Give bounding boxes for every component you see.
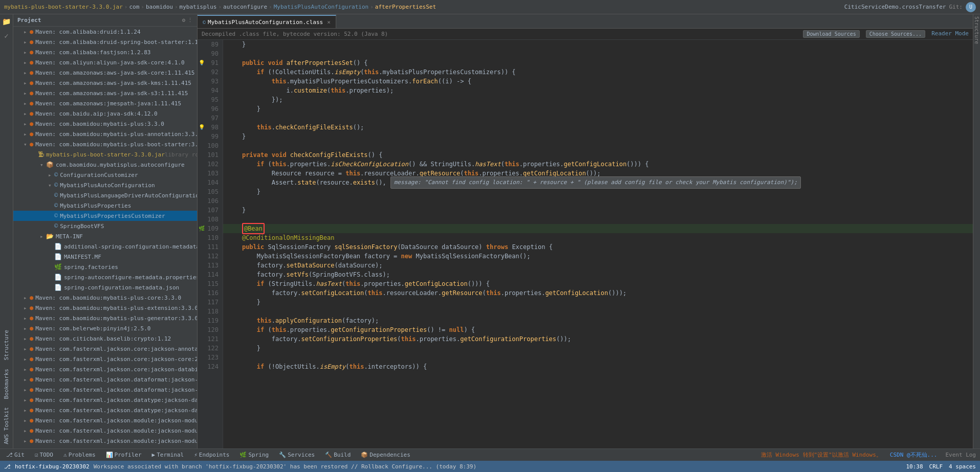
tree-label: Maven: com.fasterxml.jackson.dataformat:…	[35, 376, 197, 383]
code-line-115: if (StringUtils.hasText(this.properties.…	[223, 279, 973, 288]
tree-label: Maven: com.baomidou:mybatis-plus-boot-st…	[35, 141, 197, 148]
tree-item-druid-starter[interactable]: ▸ ● Maven: com.alibaba:druid-spring-boot…	[13, 37, 197, 47]
status-bar: ⎇ hotfix-fixbug-20230302 Workspace assoc…	[0, 461, 980, 472]
tree-item-jackson-datatype-jsr[interactable]: ▸ ● Maven: com.fasterxml.jackson.datatyp…	[13, 405, 197, 415]
tree-item-jackson-annotations[interactable]: ▸ ● Maven: com.fasterxml.jackson.core:ja…	[13, 344, 197, 354]
structure-side-label[interactable]: Structure	[2, 328, 11, 363]
tree-item-jmespath[interactable]: ▸ ● Maven: com.amazonaws:jmespath-java:1…	[13, 98, 197, 108]
tree-item-manifest[interactable]: 📄 MANIFEST.MF	[13, 252, 197, 262]
ln-101: 101	[198, 150, 223, 160]
code-line-106	[223, 196, 973, 206]
tree-item-spring-config-metadata[interactable]: 📄 spring-configuration-metadata.json	[13, 282, 197, 293]
tree-item-autoconfigure-pkg[interactable]: ▾ 📦 com.baomidou.mybatisplus.autoconfigu…	[13, 160, 197, 170]
ln-99: 99	[198, 132, 223, 141]
tree-item-jackson-dataformat1[interactable]: ▸ ● Maven: com.fasterxml.jackson.datafor…	[13, 374, 197, 385]
tree-item-mybatis-ext[interactable]: ▸ ● Maven: com.baomidou:mybatis-plus-ext…	[13, 303, 197, 313]
tree-item-jackson-module-jaxb[interactable]: ▸ ● Maven: com.fasterxml.jackson.module:…	[13, 425, 197, 436]
code-line-111: public SqlSessionFactory sqlSessionFacto…	[223, 242, 973, 252]
project-panel: Project ⚙ ⋮ ▸ ● Maven: com.alibaba:druid…	[13, 14, 198, 448]
tree-label: Maven: com.amazonaws:aws-java-sdk-s3:1.1…	[35, 90, 188, 97]
tree-item-jackson-core[interactable]: ▸ ● Maven: com.fasterxml.jackson.core:ja…	[13, 354, 197, 364]
tree-item-baidu[interactable]: ▸ ● Maven: com.baidu.aip:java-sdk:4.12.0	[13, 108, 197, 119]
tree-item-pinyin4j[interactable]: ▸ ● Maven: com.belerweb:pinyin4j:2.5.0	[13, 323, 197, 333]
bottom-tab-dependencies[interactable]: 📦 Dependencies	[359, 449, 412, 461]
code-line-121: factory.setConfigurationProperties(this.…	[223, 334, 973, 344]
bottom-tab-git[interactable]: ⎇ Git	[4, 449, 27, 461]
tree-label: Maven: com.fasterxml.jackson.module:jack…	[35, 438, 197, 444]
tree-item-aliyun[interactable]: ▸ ● Maven: com.aliyun:aliyun-java-sdk-co…	[13, 57, 197, 68]
project-icon[interactable]: 📁	[2, 16, 12, 27]
tree-item-mybatis-gen[interactable]: ▸ ● Maven: com.baomidou:mybatis-plus-gen…	[13, 313, 197, 323]
tree-item-aws-s3[interactable]: ▸ ● Maven: com.amazonaws:aws-java-sdk-s3…	[13, 88, 197, 98]
tree-item-mybatisplus-props[interactable]: © MybatisPlusProperties	[13, 200, 197, 211]
code-line-120: if (this.properties.getConfigurationProp…	[223, 325, 973, 334]
tree-item-config-customizer[interactable]: ▸ © ConfigurationCustomizer	[13, 170, 197, 180]
panel-layout-icon[interactable]: ⋮	[187, 17, 193, 24]
bottom-tab-profiler[interactable]: 📊 Profiler	[104, 449, 144, 461]
panel-settings-icon[interactable]: ⚙	[182, 17, 185, 24]
tree-item-jar-root[interactable]: 🗜 mybatis-plus-boot-starter-3.3.0.jar li…	[13, 149, 197, 160]
bc-sep6: ›	[370, 4, 374, 10]
choose-sources-button[interactable]: Choose Sources...	[866, 30, 925, 38]
reader-mode-button[interactable]: Reader Mode	[931, 30, 969, 38]
code-line-96: }	[223, 104, 973, 114]
tree-item-meta-inf[interactable]: ▸ 📂 META-INF	[13, 231, 197, 241]
tab-icon: ©	[203, 19, 206, 25]
bottom-tab-build[interactable]: 🔨 Build	[323, 449, 353, 461]
code-line-97	[223, 114, 973, 123]
tree-item-mybatis-annotation[interactable]: ▸ ● Maven: com.baomidou:mybatis-plus-ann…	[13, 129, 197, 139]
top-bar-avatar: U	[966, 2, 976, 12]
ln-121: 121	[198, 334, 223, 344]
problems-icon: ⚠	[63, 452, 67, 458]
aws-toolkit-side-label[interactable]: AWS Toolkit	[2, 405, 11, 446]
tree-item-springboot-vfs[interactable]: © SpringBootVFS	[13, 221, 197, 231]
tree-item-mybatisplus-props-customizer[interactable]: © MybatisPlusPropertiesCustomizer	[13, 211, 197, 221]
tree-item-jackson-module-param[interactable]: ▸ ● Maven: com.fasterxml.jackson.module:…	[13, 436, 197, 446]
download-sources-button[interactable]: Download Sources	[803, 30, 859, 38]
tab-label: MybatisPlusAutoConfiguration.class	[208, 19, 323, 26]
breadcrumb: mybatis-plus-boot-starter-3.3.0.jar › co…	[4, 4, 436, 10]
bookmarks-side-label[interactable]: Bookmarks	[2, 367, 11, 401]
csdn-user: CSDN @不死仙...	[890, 451, 938, 459]
tree-label: Maven: com.belerweb:pinyin4j:2.5.0	[35, 325, 150, 332]
tree-item-aws-core[interactable]: ▸ ● Maven: com.amazonaws:aws-java-sdk-co…	[13, 68, 197, 78]
tree-item-fastjson[interactable]: ▸ ● Maven: com.alibaba:fastjson:1.2.83	[13, 47, 197, 57]
bottom-tab-spring[interactable]: 🌿 Spring	[237, 449, 271, 461]
event-log[interactable]: Event Log	[945, 452, 976, 458]
tree-item-mybatis-boot-starter[interactable]: ▾ ● Maven: com.baomidou:mybatis-plus-boo…	[13, 139, 197, 149]
tree-item-spring-autoconfigure[interactable]: 📄 spring-autoconfigure-metadata.properti…	[13, 272, 197, 282]
bottom-tab-todo[interactable]: ☑ TODO	[33, 449, 55, 461]
bottom-tab-terminal[interactable]: ▶ Terminal	[150, 449, 186, 461]
bc-method: afterPropertiesSet	[375, 4, 436, 10]
commit-icon[interactable]: ✓	[2, 31, 12, 41]
bottom-tab-endpoints[interactable]: ⚡ Endpoints	[192, 449, 231, 461]
tree-item-additional-metadata[interactable]: 📄 additional-spring-configuration-metada…	[13, 241, 197, 252]
tab-mybatis-autoconfig[interactable]: © MybatisPlusAutoConfiguration.class ×	[198, 15, 336, 28]
tree-item-druid[interactable]: ▸ ● Maven: com.alibaba:druid:1.1.24	[13, 27, 197, 37]
tree-item-lang-driver[interactable]: © MybatisPlusLanguageDriverAutoConfigura…	[13, 190, 197, 200]
ln-104: 104	[198, 178, 223, 187]
ln-93: 93	[198, 77, 223, 86]
tree-item-jackson-databind[interactable]: ▸ ● Maven: com.fasterxml.jackson.core:ja…	[13, 364, 197, 374]
windows-activate-text: 激活 Windows 转到"设置"以激活 Windows。	[761, 451, 882, 459]
tree-item-mybatisplus-autoconfig[interactable]: ▾ © MybatisPlusAutoConfiguration	[13, 180, 197, 190]
ln-123: 123	[198, 353, 223, 362]
tree-item-mybatis-plus[interactable]: ▸ ● Maven: com.baomidou:mybatis-plus:3.3…	[13, 119, 197, 129]
tree-item-aws-kms[interactable]: ▸ ● Maven: com.amazonaws:aws-java-sdk-km…	[13, 78, 197, 88]
tab-close-icon[interactable]: ×	[327, 19, 331, 26]
bottom-tab-services[interactable]: 🔧 Services	[277, 449, 317, 461]
code-line-119: this.applyConfiguration(factory);	[223, 316, 973, 325]
ln-108: 108	[198, 215, 223, 224]
tree-item-jackson-dataformat2[interactable]: ▸ ● Maven: com.fasterxml.jackson.datafor…	[13, 385, 197, 395]
tree-label: Maven: com.alibaba:druid:1.1.24	[35, 29, 140, 35]
ln-98: 98💡	[198, 123, 223, 132]
tree-item-spring-factories[interactable]: 🌿 spring.factories	[13, 262, 197, 272]
structure-side-text[interactable]: Structure	[974, 16, 979, 44]
bottom-tab-problems[interactable]: ⚠ Problems	[61, 449, 98, 461]
tree-item-crypto[interactable]: ▸ ● Maven: com.citicbank.baselib:crypto:…	[13, 333, 197, 344]
terminal-label: Terminal	[157, 452, 184, 458]
tree-item-mybatis-core[interactable]: ▸ ● Maven: com.baomidou:mybatis-plus-cor…	[13, 293, 197, 303]
tree-item-jackson-module-afterb[interactable]: ▸ ● Maven: com.fasterxml.jackson.module:…	[13, 415, 197, 425]
code-line-102: if (this.properties.isCheckConfigLocatio…	[223, 160, 973, 169]
tree-item-jackson-datatype-jdk[interactable]: ▸ ● Maven: com.fasterxml.jackson.datatyp…	[13, 395, 197, 405]
